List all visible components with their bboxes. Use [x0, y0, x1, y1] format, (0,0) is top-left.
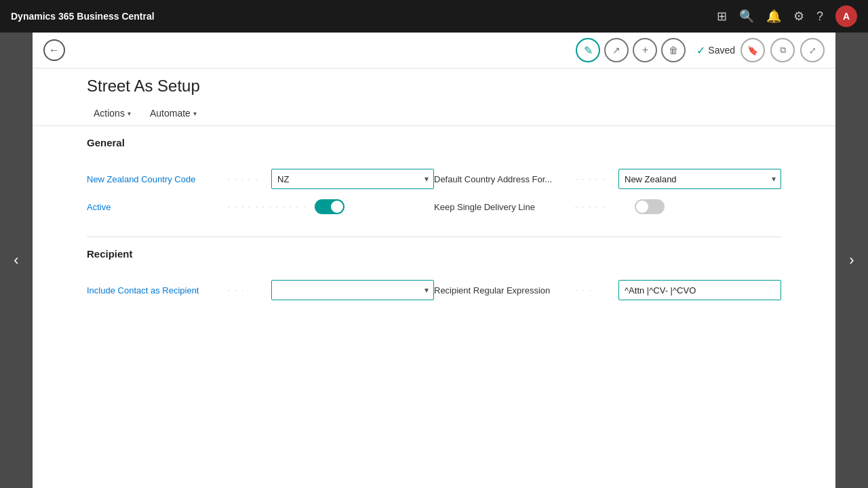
- nz-country-code-row: New Zealand Country Code · · · · · NZ ▾: [87, 165, 434, 193]
- search-icon[interactable]: 🔍: [739, 9, 754, 24]
- recipient-regex-input[interactable]: [618, 280, 781, 300]
- expand-button[interactable]: ⤢: [800, 38, 825, 62]
- add-button[interactable]: +: [633, 38, 657, 62]
- default-country-address-control: New Zealand ▾: [618, 169, 781, 189]
- actions-label: Actions: [94, 108, 125, 119]
- keep-single-delivery-toggle-wrap: [635, 199, 665, 214]
- page-title: Street As Setup: [33, 68, 835, 101]
- prev-icon: ‹: [14, 251, 18, 269]
- active-toggle-knob: [331, 201, 343, 213]
- active-label[interactable]: Active: [87, 202, 222, 212]
- bookmark-button[interactable]: 🔖: [741, 38, 765, 62]
- content-area: ← ✎ ↗ + 🗑 ✓ Saved 🔖: [33, 33, 835, 488]
- include-contact-select-wrapper: ▾: [271, 280, 434, 300]
- keep-single-delivery-row: Keep Single Delivery Line · · · · ·: [434, 193, 781, 220]
- delete-button[interactable]: 🗑: [661, 38, 686, 62]
- actions-menu-button[interactable]: Actions ▾: [87, 104, 138, 123]
- automate-chevron-icon: ▾: [193, 110, 197, 117]
- saved-status: ✓ Saved: [696, 44, 735, 57]
- include-contact-select[interactable]: [271, 280, 434, 300]
- nz-country-code-control: NZ ▾: [271, 169, 434, 189]
- saved-text: Saved: [708, 45, 735, 56]
- share-icon: ↗: [612, 45, 620, 56]
- record-toolbar: ← ✎ ↗ + 🗑 ✓ Saved 🔖: [33, 33, 835, 68]
- edit-button[interactable]: ✎: [576, 38, 600, 62]
- main-layout: ‹ ← ✎ ↗ + 🗑 ✓ Sa: [0, 33, 868, 488]
- keep-single-delivery-label[interactable]: Keep Single Delivery Line: [434, 202, 570, 212]
- general-section-title: General: [87, 137, 781, 154]
- topbar: Dynamics 365 Business Central ⊞ 🔍 🔔 ⚙ ? …: [0, 0, 868, 33]
- expand-icon: ⤢: [809, 45, 816, 56]
- toolbar-button-group: ✎ ↗ + 🗑: [576, 38, 686, 62]
- automate-menu-button[interactable]: Automate ▾: [143, 104, 203, 123]
- recipient-form-grid: Include Contact as Recipient · · · ▾ Rec…: [87, 276, 781, 304]
- add-icon: +: [642, 44, 648, 56]
- bookmark-icon: 🔖: [747, 45, 758, 56]
- prev-nav-button[interactable]: ‹: [0, 33, 33, 488]
- open-icon: ⧉: [780, 45, 786, 56]
- next-nav-button[interactable]: ›: [835, 33, 868, 488]
- app-title: Dynamics 365 Business Central: [11, 11, 155, 22]
- include-contact-label[interactable]: Include Contact as Recipient: [87, 285, 222, 296]
- grid-icon[interactable]: ⊞: [717, 9, 727, 24]
- default-country-address-select[interactable]: New Zealand: [618, 169, 781, 189]
- open-external-button[interactable]: ⧉: [770, 38, 795, 62]
- nz-country-code-label[interactable]: New Zealand Country Code: [87, 174, 222, 184]
- active-row: Active · · · · · · · · · · · · · ·: [87, 193, 434, 220]
- general-form-grid: New Zealand Country Code · · · · · NZ ▾ …: [87, 165, 781, 220]
- keep-single-delivery-toggle[interactable]: [635, 199, 665, 214]
- default-country-address-select-wrapper: New Zealand ▾: [618, 169, 781, 189]
- topbar-left: Dynamics 365 Business Central: [11, 11, 155, 22]
- nz-country-code-select[interactable]: NZ: [271, 169, 434, 189]
- recipient-regex-label[interactable]: Recipient Regular Expression: [434, 285, 570, 296]
- help-icon[interactable]: ?: [816, 9, 823, 24]
- active-toggle[interactable]: [315, 199, 344, 214]
- delete-icon: 🗑: [669, 45, 678, 56]
- action-bar: Actions ▾ Automate ▾: [33, 101, 835, 126]
- automate-label: Automate: [150, 108, 191, 119]
- recipient-regex-control: [618, 280, 781, 300]
- avatar[interactable]: A: [835, 5, 857, 27]
- section-divider: [87, 237, 781, 237]
- default-country-address-label[interactable]: Default Country Address For...: [434, 174, 570, 184]
- default-country-address-row: Default Country Address For... · · · · ·…: [434, 165, 781, 193]
- nz-country-code-select-wrapper: NZ ▾: [271, 169, 434, 189]
- keep-single-delivery-toggle-knob: [636, 201, 648, 213]
- include-contact-row: Include Contact as Recipient · · · ▾: [87, 276, 434, 304]
- back-button[interactable]: ←: [43, 39, 65, 61]
- edit-icon: ✎: [584, 44, 593, 57]
- recipient-regex-row: Recipient Regular Expression · · ·: [434, 276, 781, 304]
- actions-chevron-icon: ▾: [127, 110, 131, 117]
- gear-icon[interactable]: ⚙: [793, 9, 804, 24]
- saved-check-icon: ✓: [696, 44, 705, 57]
- share-button[interactable]: ↗: [604, 38, 629, 62]
- include-contact-control: ▾: [271, 280, 434, 300]
- active-toggle-wrap: [315, 199, 344, 214]
- recipient-section-title: Recipient: [87, 248, 781, 265]
- bell-icon[interactable]: 🔔: [766, 9, 781, 24]
- next-icon: ›: [849, 251, 854, 269]
- form-content: General New Zealand Country Code · · · ·…: [33, 126, 835, 488]
- topbar-right: ⊞ 🔍 🔔 ⚙ ? A: [717, 5, 857, 27]
